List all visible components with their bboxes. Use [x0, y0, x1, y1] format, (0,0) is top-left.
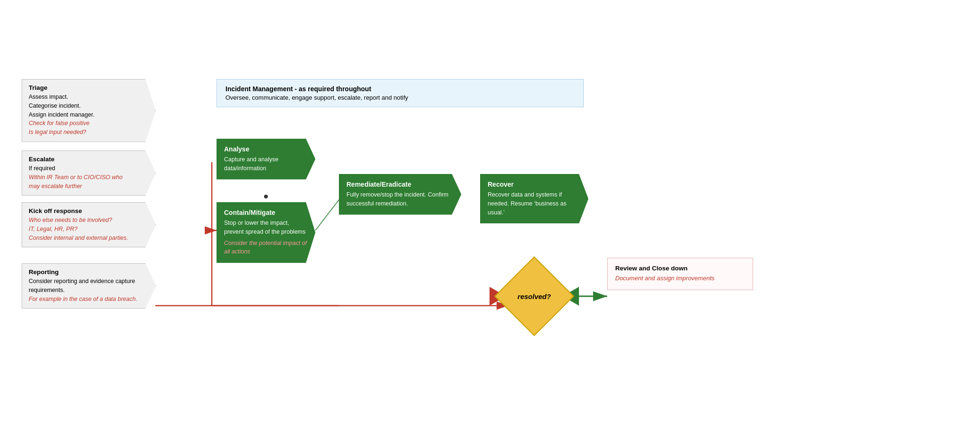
im-title: Incident Management - as required throug… — [225, 85, 575, 93]
im-subtitle: Oversee, communicate, engage support, es… — [225, 94, 575, 101]
svg-point-10 — [264, 195, 268, 198]
triage-heading: Triage — [29, 84, 141, 91]
reporting-box: Reporting Consider reporting and evidenc… — [22, 263, 156, 308]
recover-box: Recover Recover data and systems if need… — [480, 174, 588, 223]
kickoff-heading: Kick off response — [29, 207, 141, 214]
recover-text: Recover data and systems if needed. Resu… — [488, 190, 581, 217]
contain-box: Contain/Mitigate Stop or lower the impac… — [217, 202, 315, 263]
remediate-box: Remediate/Eradicate Fully remove/stop th… — [339, 174, 461, 215]
diamond-container: resolved? — [506, 268, 562, 324]
escalate-red: Within IR Team or to CIO/CISO whomay esc… — [29, 173, 141, 191]
remediate-text: Fully remove/stop the incident. Confirm … — [346, 190, 454, 208]
review-red: Document and assign improvements — [615, 274, 745, 283]
review-heading: Review and Close down — [615, 265, 745, 272]
escalate-text: If required — [29, 164, 141, 173]
kickoff-red: Who else needs to be involved?IT, Legal,… — [29, 216, 141, 242]
reporting-red: For example in the case of a data breach… — [29, 295, 141, 304]
reporting-heading: Reporting — [29, 268, 141, 276]
triage-box: Triage Assess impact.Categorise incident… — [22, 79, 156, 142]
remediate-heading: Remediate/Eradicate — [346, 181, 454, 188]
diagram-container: Incident Management - as required throug… — [0, 0, 980, 442]
escalate-heading: Escalate — [29, 156, 141, 163]
review-box: Review and Close down Document and assig… — [607, 258, 753, 290]
contain-text: Stop or lower the impact, prevent spread… — [224, 219, 308, 237]
contain-red: Consider the potential impact of all act… — [224, 239, 308, 257]
triage-text: Assess impact.Categorise incident.Assign… — [29, 93, 141, 119]
recover-heading: Recover — [488, 181, 581, 188]
contain-heading: Contain/Mitigate — [224, 209, 308, 216]
im-banner: Incident Management - as required throug… — [217, 79, 584, 107]
reporting-text: Consider reporting and evidence capturer… — [29, 277, 141, 295]
analyse-heading: Analyse — [224, 145, 308, 153]
escalate-box: Escalate If required Within IR Team or t… — [22, 150, 156, 196]
diamond-label: resolved? — [518, 292, 551, 300]
analyse-box: Analyse Capture and analyse data/informa… — [217, 139, 315, 180]
analyse-text: Capture and analyse data/information — [224, 155, 308, 173]
kickoff-box: Kick off response Who else needs to be i… — [22, 202, 156, 247]
triage-red: Check for false positiveIs legal input n… — [29, 119, 141, 137]
svg-line-11 — [315, 200, 339, 230]
